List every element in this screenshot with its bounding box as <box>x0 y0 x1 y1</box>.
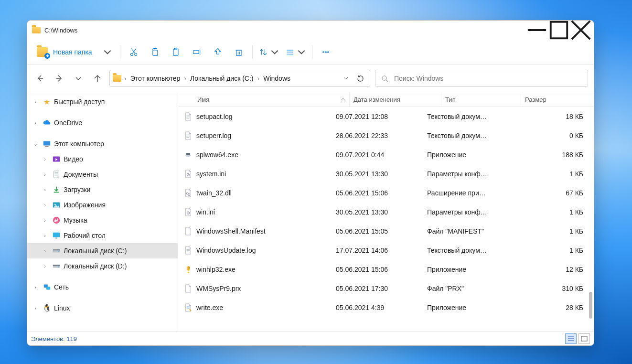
music-icon <box>52 216 61 224</box>
video-icon <box>52 155 61 163</box>
file-type: Текстовый докум… <box>423 113 503 120</box>
sidebar-item-desk[interactable]: ›Рабочий стол <box>27 228 178 243</box>
sidebar-item-music[interactable]: ›Музыка <box>27 213 178 228</box>
twisty-icon[interactable]: ⌄ <box>31 141 40 147</box>
file-row[interactable]: WMSysPr9.prx05.06.2021 17:30Файл "PRX"31… <box>178 279 594 298</box>
twisty-icon[interactable]: › <box>41 217 49 223</box>
twisty-icon[interactable]: › <box>31 284 40 290</box>
back-button[interactable] <box>33 71 47 86</box>
file-type: Приложение <box>423 304 503 311</box>
sidebar-item-thispc[interactable]: ⌄Этот компьютер <box>27 136 178 151</box>
file-size: 310 КБ <box>503 285 587 292</box>
file-name: win.ini <box>196 208 215 216</box>
file-name: WMSysPr9.prx <box>196 285 241 292</box>
column-size[interactable]: Размер <box>521 92 587 107</box>
file-icon <box>184 226 193 236</box>
file-row[interactable]: system.ini30.05.2021 13:30Параметры конф… <box>178 164 594 183</box>
disk-icon <box>52 247 61 255</box>
twisty-icon[interactable]: › <box>31 120 40 126</box>
breadcrumb-item[interactable]: Windows <box>261 73 292 84</box>
new-folder-button[interactable]: Новая папка <box>33 43 96 61</box>
share-button[interactable] <box>207 43 228 61</box>
cut-button[interactable] <box>123 43 144 61</box>
maximize-button[interactable] <box>548 22 570 38</box>
file-row[interactable]: WindowsShell.Manifest05.06.2021 15:05Фай… <box>178 222 594 241</box>
column-type[interactable]: Тип <box>441 92 521 107</box>
file-row[interactable]: twain_32.dll05.06.2021 15:06Расширение п… <box>178 183 594 203</box>
twisty-icon[interactable]: › <box>41 156 49 162</box>
sidebar-item-linux[interactable]: ›🐧Linux <box>27 300 178 316</box>
view-button[interactable] <box>282 43 309 61</box>
sidebar-item-onedrive[interactable]: ›OneDrive <box>27 115 178 130</box>
file-row[interactable]: WindowsUpdate.log17.07.2021 14:06Текстов… <box>178 241 594 260</box>
sidebar-item-label: Видео <box>64 155 83 163</box>
file-row[interactable]: setuperr.log28.06.2021 22:33Текстовый до… <box>178 126 594 145</box>
sidebar-item-net[interactable]: ›Сеть <box>27 279 178 295</box>
sidebar-item-dl[interactable]: ›Загрузки <box>27 182 178 197</box>
file-row[interactable]: setupact.log09.07.2021 12:08Текстовый до… <box>178 107 594 126</box>
twisty-icon[interactable]: › <box>41 187 49 193</box>
rename-button[interactable] <box>186 43 207 61</box>
paste-button[interactable] <box>165 43 186 61</box>
cloud-icon <box>43 119 51 127</box>
sidebar-item-diskd[interactable]: ›Локальный диск (D:) <box>27 258 178 274</box>
item-count: Элементов: 119 <box>31 335 77 343</box>
file-row[interactable]: win.ini30.05.2021 13:30Параметры конф…1 … <box>178 203 594 222</box>
text-icon <box>184 131 193 140</box>
up-button[interactable] <box>90 71 105 86</box>
sort-button[interactable] <box>256 43 282 61</box>
star-icon: ★ <box>43 98 51 106</box>
column-date[interactable]: Дата изменения <box>350 92 441 107</box>
column-name[interactable]: Имя <box>178 92 350 107</box>
sidebar-item-diskc[interactable]: ›Локальный диск (C:) <box>27 243 178 258</box>
recent-dropdown-button[interactable] <box>71 71 86 86</box>
copy-button[interactable] <box>144 43 165 61</box>
file-size: 1 КБ <box>503 208 587 216</box>
search-box[interactable] <box>375 70 588 87</box>
breadcrumb-item[interactable]: Локальный диск (C:) <box>188 73 256 84</box>
file-size: 67 КБ <box>503 189 587 197</box>
forward-button[interactable] <box>52 71 66 86</box>
file-row[interactable]: splwow64.exe09.07.2021 0:44Приложение188… <box>178 145 594 164</box>
minimize-button[interactable] <box>526 22 548 38</box>
new-dropdown-button[interactable] <box>96 43 117 61</box>
sidebar[interactable]: ›★Быстрый доступ›OneDrive⌄Этот компьютер… <box>27 92 178 332</box>
svg-rect-42 <box>53 233 60 237</box>
search-input[interactable] <box>393 74 582 83</box>
titlebar[interactable]: C:\Windows <box>27 21 594 40</box>
file-type: Расширение при… <box>423 189 503 197</box>
twisty-icon[interactable]: › <box>41 233 49 238</box>
chevron-icon: › <box>184 75 186 82</box>
sidebar-item-quick[interactable]: ›★Быстрый доступ <box>27 94 178 109</box>
close-button[interactable] <box>570 22 592 38</box>
new-folder-icon <box>37 47 48 57</box>
delete-button[interactable] <box>228 43 249 61</box>
thumb-view-button[interactable] <box>578 333 590 344</box>
twisty-icon[interactable]: › <box>31 99 40 105</box>
scrollbar-thumb[interactable] <box>589 292 592 319</box>
svg-rect-59 <box>186 153 190 155</box>
help-icon <box>184 265 193 274</box>
search-icon <box>381 75 388 82</box>
file-rows: setupact.log09.07.2021 12:08Текстовый до… <box>178 107 594 332</box>
twisty-icon[interactable]: › <box>41 171 49 177</box>
file-date: 09.07.2021 0:44 <box>332 151 423 159</box>
twisty-icon[interactable]: › <box>41 248 49 254</box>
file-row[interactable]: winhlp32.exe05.06.2021 15:06Приложение12… <box>178 260 594 279</box>
sidebar-item-videos[interactable]: ›Видео <box>27 151 178 167</box>
details-view-button[interactable] <box>565 333 577 344</box>
sidebar-item-label: OneDrive <box>54 119 82 127</box>
file-row[interactable]: write.exe05.06.2021 4:39Приложение28 КБ <box>178 298 594 317</box>
address-dropdown-button[interactable] <box>339 72 353 85</box>
svg-rect-34 <box>54 171 59 178</box>
sidebar-item-docs[interactable]: ›Документы <box>27 167 178 182</box>
sidebar-item-pics[interactable]: ›Изображения <box>27 197 178 213</box>
twisty-icon[interactable]: › <box>41 263 49 269</box>
more-button[interactable] <box>315 43 336 61</box>
address-bar[interactable]: › Этот компьютер › Локальный диск (C:) ›… <box>109 70 370 87</box>
file-date: 30.05.2021 13:30 <box>332 170 423 178</box>
twisty-icon[interactable]: › <box>41 202 49 208</box>
breadcrumb-item[interactable]: Этот компьютер <box>129 73 182 84</box>
twisty-icon[interactable]: › <box>31 305 40 311</box>
refresh-button[interactable] <box>353 72 367 85</box>
